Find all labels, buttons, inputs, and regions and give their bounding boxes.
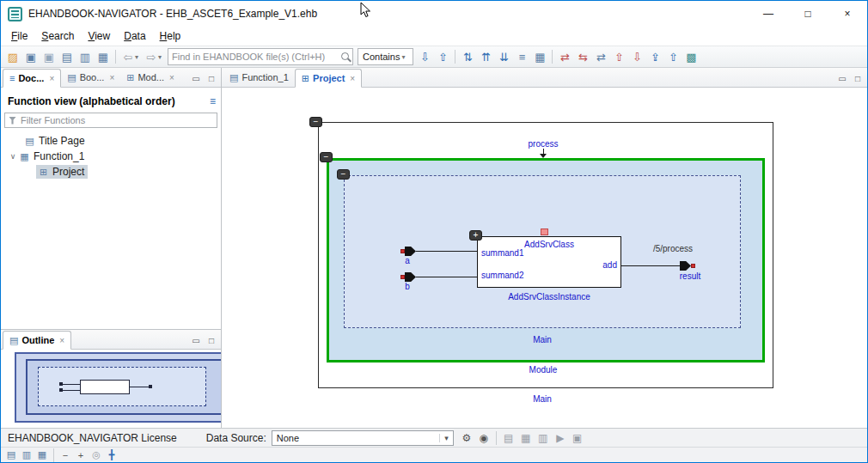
tab-project[interactable]: ⊞ Project × [295, 69, 362, 88]
visibility-icon[interactable]: ◉ [476, 430, 492, 446]
maximize-button[interactable]: □ [788, 1, 828, 27]
input-port-b[interactable] [400, 272, 416, 282]
collapse-all-icon[interactable]: ⇈ [477, 48, 494, 65]
promote-icon[interactable]: ⇪ [646, 48, 663, 65]
menu-help[interactable]: Help [153, 27, 188, 45]
link-editor-icon[interactable]: ⇅ [459, 48, 476, 65]
app-window: EHANDBOOK-NAVIGATOR - EHB_ASCET6_Example… [0, 0, 868, 463]
demote-icon[interactable]: ⇧ [664, 48, 682, 65]
datasource-dropdown[interactable]: None ▾ [272, 430, 454, 446]
table-view-icon[interactable]: ▦ [531, 48, 548, 65]
next-match-icon[interactable]: ⇩ [416, 48, 433, 65]
layout-split-icon[interactable]: ▥ [20, 448, 34, 461]
menu-file[interactable]: File [4, 27, 34, 45]
find-box [168, 48, 353, 65]
sort-icon[interactable]: ≡ [210, 95, 216, 107]
maximize-panel-icon[interactable]: □ [852, 74, 864, 83]
tree-item-project[interactable]: ⊞ Project [1, 164, 221, 180]
statusbar-separator [496, 431, 497, 445]
editor-area: ▤ Function_1 ⊞ Project × ▭ □ − process [222, 68, 867, 428]
tree-item-title-page[interactable]: ▤ Title Page [1, 133, 221, 149]
back-dropdown-icon[interactable]: ▾ [135, 53, 142, 61]
list-view-icon[interactable]: ≡ [513, 48, 530, 65]
close-tab-icon[interactable]: × [59, 336, 64, 345]
diagram-canvas[interactable]: − process − − a [222, 88, 867, 428]
function-view: Function view (alphabetical order) ≡ Fil… [1, 88, 221, 329]
diff-all-icon[interactable]: ⇄ [592, 48, 609, 65]
close-tab-icon[interactable]: × [49, 74, 54, 83]
maximize-panel-icon[interactable]: □ [205, 336, 217, 345]
input-port-a[interactable] [400, 247, 416, 256]
minimize-panel-icon[interactable]: ▭ [836, 74, 848, 83]
outline-thumbnail[interactable] [1, 350, 221, 428]
print-icon[interactable]: ▤ [58, 48, 76, 65]
find-input[interactable] [168, 52, 339, 62]
tab-book-view[interactable]: ▤ Boo... × [61, 68, 120, 87]
panel-buttons: ▭ □ [836, 74, 867, 87]
fit-screen-icon[interactable]: ╋ [105, 448, 119, 461]
collapse-inner-button[interactable]: − [337, 169, 350, 180]
tab-model-view[interactable]: ⊞ Mod... × [120, 68, 180, 87]
layout-grid-icon[interactable]: ▦ [35, 448, 49, 461]
search-icon[interactable] [339, 51, 352, 64]
diff-prev-icon[interactable]: ⇄ [556, 48, 573, 65]
menu-search[interactable]: Search [34, 27, 81, 45]
export-icon[interactable]: ▥ [76, 48, 94, 65]
copy-icon[interactable]: ▦ [95, 48, 112, 65]
collapse-outer-button[interactable]: − [309, 117, 322, 127]
close-button[interactable]: × [828, 1, 867, 27]
module-label: Module [509, 365, 578, 375]
zoom-out-icon[interactable]: − [58, 448, 72, 461]
close-tab-icon[interactable]: × [109, 73, 114, 82]
prev-match-icon[interactable]: ⇧ [434, 48, 451, 65]
summand1-label: summand1 [481, 248, 523, 258]
close-tab-icon[interactable]: × [350, 74, 355, 83]
function-tree: ▤ Title Page ∨ ▦ Function_1 ⊞ Project [1, 131, 221, 180]
minimize-panel-icon[interactable]: ▭ [190, 74, 202, 83]
menu-view[interactable]: View [81, 27, 117, 45]
thumb-block [80, 380, 130, 394]
port-a-label: a [399, 256, 416, 265]
back-icon[interactable]: ⇦ [119, 48, 137, 65]
minimize-panel-icon[interactable]: ▭ [190, 336, 202, 345]
save-all-icon[interactable]: ▣ [40, 48, 58, 65]
layout-single-icon[interactable]: ▤ [4, 448, 18, 461]
left-tabbar: ≡ Doc... × ▤ Boo... × ⊞ Mod... × ▭ □ [1, 68, 221, 88]
filter-functions-field[interactable]: Filter Functions [4, 113, 217, 128]
collapse-module-button[interactable]: − [320, 152, 333, 162]
summary-icon[interactable]: ▦ [518, 430, 534, 446]
result-port[interactable] [680, 261, 695, 271]
matrix-icon[interactable]: ▩ [682, 48, 700, 65]
port-marker [691, 264, 695, 268]
tree-item-function-1[interactable]: ∨ ▦ Function_1 [1, 149, 221, 164]
diff-next-icon[interactable]: ⇆ [574, 48, 591, 65]
report-icon[interactable]: ▤ [501, 430, 517, 446]
window-controls: — □ × [749, 1, 867, 27]
tab-function-1[interactable]: ▤ Function_1 [223, 68, 295, 87]
function-view-header: Function view (alphabetical order) ≡ [1, 88, 221, 112]
settings-icon[interactable]: ⚙ [459, 430, 474, 446]
run-icon[interactable]: ▶ [553, 430, 568, 446]
stop-icon[interactable]: ▣ [570, 430, 585, 446]
export-table-icon[interactable]: ▥ [535, 430, 551, 446]
forward-dropdown-icon[interactable]: ▾ [158, 53, 165, 61]
close-tab-icon[interactable]: × [169, 73, 174, 82]
tab-label: Outline [21, 335, 54, 345]
tree-item-label: Title Page [36, 135, 85, 147]
probe-icon[interactable]: ◎ [89, 448, 103, 461]
contains-dropdown[interactable]: Contains ▾ [358, 48, 413, 65]
forward-icon[interactable]: ⇨ [143, 48, 160, 65]
tab-document-view[interactable]: ≡ Doc... × [3, 69, 61, 88]
minimize-button[interactable]: — [749, 1, 788, 27]
open-icon[interactable]: ▨ [4, 48, 21, 65]
chevron-down-icon[interactable]: ∨ [8, 152, 18, 161]
zoom-in-icon[interactable]: + [74, 448, 88, 461]
tab-outline[interactable]: ▤ Outline × [3, 331, 71, 350]
wire-b [416, 277, 477, 277]
save-icon[interactable]: ▣ [22, 48, 40, 65]
maximize-panel-icon[interactable]: □ [205, 74, 217, 83]
prev-change-icon[interactable]: ⇧ [610, 48, 627, 65]
menu-data[interactable]: Data [117, 27, 152, 45]
next-change-icon[interactable]: ⇩ [628, 48, 645, 65]
expand-all-icon[interactable]: ⇊ [495, 48, 512, 65]
